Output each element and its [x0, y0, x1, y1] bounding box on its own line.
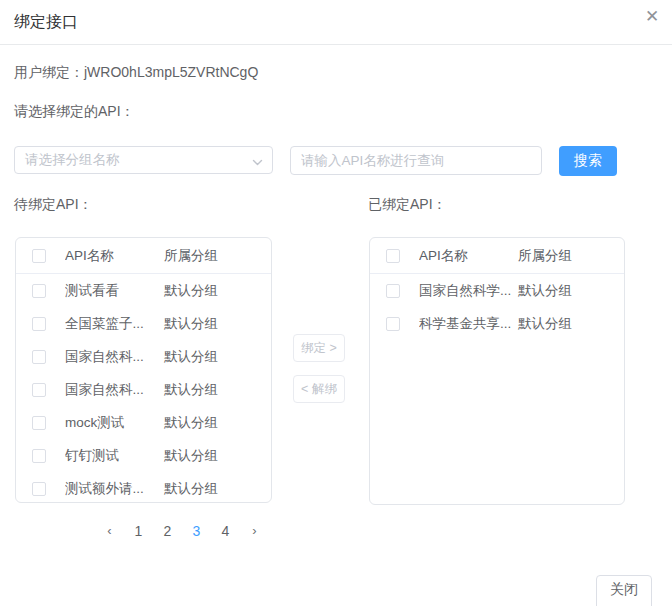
select-api-label: 请选择绑定的API：: [14, 103, 135, 121]
api-group-cell: 默认分组: [164, 480, 218, 498]
user-binding-line: 用户绑定：jWRO0hL3mpL5ZVRtNCgQ: [14, 64, 258, 82]
table-row[interactable]: 国家自然科... 默认分组: [16, 373, 271, 406]
user-binding-label: 用户绑定：: [14, 64, 84, 80]
api-name-cell: 测试看看: [65, 282, 164, 300]
row-checkbox[interactable]: [32, 482, 46, 496]
row-checkbox[interactable]: [32, 383, 46, 397]
table-row[interactable]: 科学基金共享... 默认分组: [370, 307, 624, 340]
group-select[interactable]: 请选择分组名称: [14, 146, 273, 174]
dialog-title: 绑定接口: [14, 0, 78, 44]
api-group-cell: 默认分组: [164, 282, 218, 300]
row-checkbox[interactable]: [32, 317, 46, 331]
unbind-button[interactable]: < 解绑: [293, 375, 345, 403]
api-group-cell: 默认分组: [164, 315, 218, 333]
api-name-cell: 钉钉测试: [65, 447, 164, 465]
api-name-cell: 国家自然科...: [65, 381, 164, 399]
row-checkbox[interactable]: [32, 350, 46, 364]
close-icon[interactable]: ✕: [643, 8, 661, 26]
api-group-cell: 默认分组: [164, 348, 218, 366]
column-header-group: 所属分组: [518, 247, 572, 265]
table-row[interactable]: mock测试 默认分组: [16, 406, 271, 439]
api-group-cell: 默认分组: [164, 414, 218, 432]
pagination-page-3[interactable]: 3: [183, 517, 210, 545]
search-button[interactable]: 搜索: [559, 146, 617, 176]
table-row[interactable]: 国家自然科... 默认分组: [16, 340, 271, 373]
column-header-group: 所属分组: [164, 247, 218, 265]
table-header: API名称 所属分组: [16, 238, 271, 274]
pagination-page-2[interactable]: 2: [154, 517, 181, 545]
column-header-api-name: API名称: [419, 247, 518, 265]
table-row[interactable]: 钉钉测试 默认分组: [16, 439, 271, 472]
select-all-checkbox[interactable]: [386, 249, 400, 263]
api-group-cell: 默认分组: [164, 447, 218, 465]
bind-button[interactable]: 绑定 >: [293, 334, 345, 362]
api-group-cell: 默认分组: [518, 315, 572, 333]
user-binding-value: jWRO0hL3mpL5ZVRtNCgQ: [84, 64, 258, 80]
row-checkbox[interactable]: [32, 416, 46, 430]
dialog-header: 绑定接口 ✕: [0, 0, 672, 45]
bind-api-dialog: 绑定接口 ✕ 用户绑定：jWRO0hL3mpL5ZVRtNCgQ 请选择绑定的A…: [0, 0, 672, 606]
api-name-cell: 科学基金共享...: [419, 315, 518, 333]
pagination-page-4[interactable]: 4: [212, 517, 239, 545]
table-row[interactable]: 测试额外请... 默认分组: [16, 472, 271, 503]
api-name-cell: 全国菜篮子...: [65, 315, 164, 333]
api-group-cell: 默认分组: [518, 282, 572, 300]
pagination-page-1[interactable]: 1: [125, 517, 152, 545]
api-group-cell: 默认分组: [164, 381, 218, 399]
select-all-checkbox[interactable]: [32, 249, 46, 263]
pagination: ‹ 1 2 3 4 ›: [96, 517, 268, 545]
table-row[interactable]: 全国菜篮子... 默认分组: [16, 307, 271, 340]
chevron-down-icon: [252, 155, 263, 166]
row-checkbox[interactable]: [32, 284, 46, 298]
unbound-panel-label: 待绑定API：: [14, 196, 93, 214]
pagination-next-icon[interactable]: ›: [241, 517, 268, 545]
table-row[interactable]: 国家自然科学... 默认分组: [370, 274, 624, 307]
bound-panel-label: 已绑定API：: [368, 196, 447, 214]
close-button[interactable]: 关闭: [596, 575, 652, 606]
table-header: API名称 所属分组: [370, 238, 624, 274]
group-select-placeholder: 请选择分组名称: [25, 147, 120, 173]
api-name-cell: mock测试: [65, 414, 164, 432]
api-search-input[interactable]: [290, 146, 542, 175]
bound-api-table: API名称 所属分组 国家自然科学... 默认分组 科学基金共享... 默认分组: [369, 237, 625, 505]
row-checkbox[interactable]: [386, 317, 400, 331]
pagination-prev-icon[interactable]: ‹: [96, 517, 123, 545]
row-checkbox[interactable]: [386, 284, 400, 298]
api-name-cell: 国家自然科...: [65, 348, 164, 366]
table-row[interactable]: 测试看看 默认分组: [16, 274, 271, 307]
row-checkbox[interactable]: [32, 449, 46, 463]
unbound-api-table: API名称 所属分组 测试看看 默认分组 全国菜篮子... 默认分组 国家自然科…: [15, 237, 272, 503]
api-name-cell: 国家自然科学...: [419, 282, 518, 300]
api-name-cell: 测试额外请...: [65, 480, 164, 498]
column-header-api-name: API名称: [65, 247, 164, 265]
